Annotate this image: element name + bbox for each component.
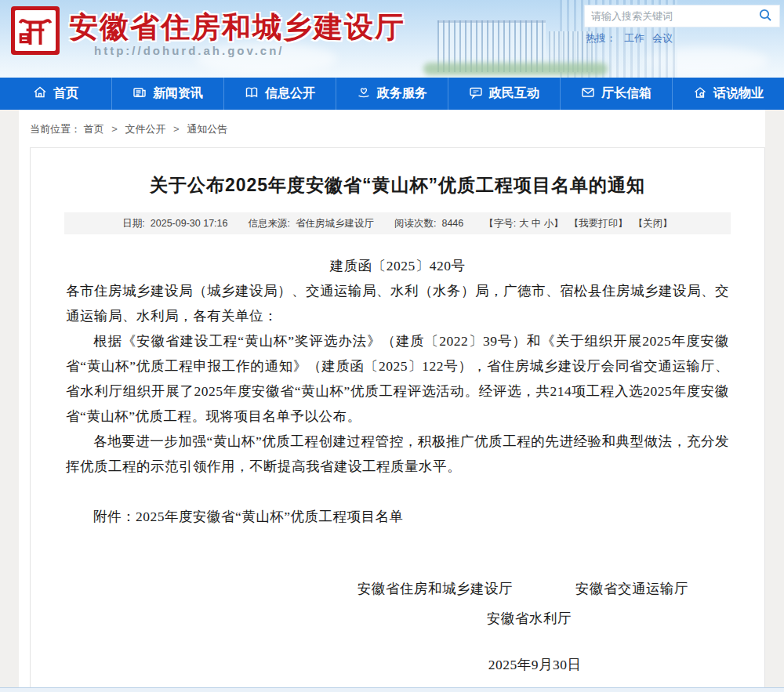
nav-label: 新闻资讯 [153,85,203,102]
breadcrumb-file-disclosure[interactable]: 文件公开 [125,123,165,135]
hot-search-item[interactable]: 会议 [652,32,673,44]
paragraph-requirements: 各地要进一步加强“黄山杯”优质工程创建过程管控，积极推广优质工程的先进经验和典型… [66,429,729,479]
meta-source-label: 信息来源: [249,217,290,230]
nav-item-info-disclosure[interactable]: 信息公开 [223,78,336,110]
breadcrumb-label: 当前位置： [30,123,81,135]
nav-label: 首页 [53,85,78,102]
breadcrumb: 当前位置： 首页 > 文件公开 > 通知公告 [19,110,765,147]
main-nav: 首页 新闻资讯 信息公开 政务服务 政民互动 厅长信箱 话说物业 [0,78,784,110]
hot-search-item[interactable]: 工作 [624,32,644,44]
breadcrumb-home[interactable]: 首页 [84,123,104,135]
signature-row-2: 安徽省水利厅 [198,606,784,631]
breadcrumb-separator: > [173,123,180,135]
document-date: 2025年9月30日 [203,652,784,677]
close-button[interactable]: 【关闭】 [633,217,673,230]
meta-date-label: 日期: [122,217,144,230]
signature-row-1: 安徽省住房和城乡建设厅 安徽省交通运输厅 [191,576,784,601]
search-input[interactable] [591,10,757,22]
attachment-line[interactable]: 附件：2025年度安徽省“黄山杯”优质工程项目名单 [66,504,729,529]
nav-label: 政民互动 [489,85,539,102]
article-meta-bar: 日期: 2025-09-30 17:16 信息来源: 省住房城乡建设厅 阅读次数… [64,212,731,234]
nav-item-interaction[interactable]: 政民互动 [448,78,560,110]
nav-item-property-talk[interactable]: 话说物业 [672,78,784,110]
paragraph-basis: 根据《安徽省建设工程“黄山杯”奖评选办法》（建质〔2022〕39号）和《关于组织… [66,328,729,429]
article-body: 建质函〔2025〕420号 各市住房城乡建设局（城乡建设局）、交通运输局、水利（… [66,253,729,692]
print-button[interactable]: 【我要打印】 [569,217,628,230]
meta-views-value: 8446 [441,218,463,229]
chat-icon [469,85,483,103]
site-url: http://dohurd.ah.gov.cn/ [94,44,285,57]
nav-label: 信息公开 [265,85,315,102]
service-icon [357,85,371,103]
meta-date-value: 2025-09-30 17:16 [151,218,228,229]
nav-label: 话说物业 [713,85,764,102]
site-header: 安徽省住房和城乡建设厅 http://dohurd.ah.gov.cn/ 热搜：… [0,0,784,78]
document-icon [245,85,259,103]
trees-decoration [423,63,608,75]
article-title: 关于公布2025年度安徽省“黄山杯”优质工程项目名单的通知 [31,172,764,198]
footer-divider [0,687,784,692]
signature-transport-dept: 安徽省交通运输厅 [575,576,688,601]
nav-item-home[interactable]: 首页 [0,78,111,110]
nav-item-gov-services[interactable]: 政务服务 [336,78,448,110]
home-icon [33,85,47,103]
paragraph-recipients: 各市住房城乡建设局（城乡建设局）、交通运输局、水利（水务）局，广德市、宿松县住房… [66,278,729,328]
breadcrumb-separator: > [111,123,118,135]
signature-housing-dept: 安徽省住房和城乡建设厅 [358,576,513,601]
meta-source-value: 省住房城乡建设厅 [296,217,374,230]
nav-item-director-mailbox[interactable]: 厅长信箱 [560,78,672,110]
search-icon [758,8,772,24]
meta-views-label: 阅读次数: [394,217,436,230]
document-number: 建质函〔2025〕420号 [66,253,729,278]
search-button[interactable] [757,9,773,24]
font-size-control[interactable]: 【字号: 大 中 小】 [484,217,563,230]
site-title: 安徽省住房和城乡建设厅 [69,8,405,47]
article-container: 关于公布2025年度安徽省“黄山杯”优质工程项目名单的通知 日期: 2025-0… [30,147,765,692]
archway-logo-icon [15,10,56,51]
site-logo[interactable] [11,6,60,55]
search-box[interactable] [584,5,780,27]
news-icon [132,85,147,103]
hot-search-label: 热搜： [586,32,616,44]
property-icon [693,85,707,103]
main-content-area: 当前位置： 首页 > 文件公开 > 通知公告 关于公布2025年度安徽省“黄山杯… [19,110,765,692]
breadcrumb-notices[interactable]: 通知公告 [187,123,227,135]
nav-label: 政务服务 [377,85,427,102]
nav-item-news[interactable]: 新闻资讯 [111,78,223,110]
mail-icon [581,85,595,103]
hot-search: 热搜：工作会议 [586,31,673,45]
nav-label: 厅长信箱 [601,85,652,102]
